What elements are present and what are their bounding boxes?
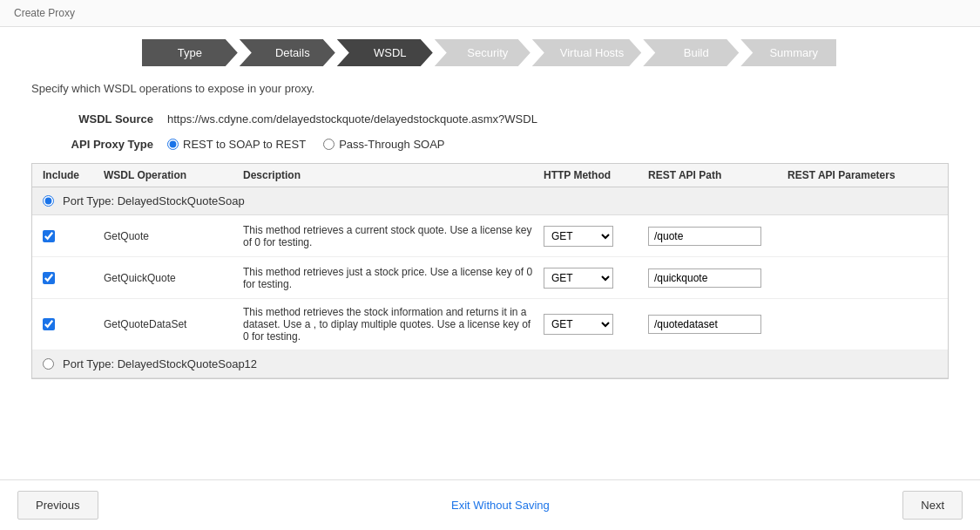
path-input-1[interactable] [648,227,761,246]
next-button[interactable]: Next [902,491,963,520]
col-method: HTTP Method [540,169,645,181]
section-soap1-header[interactable]: Port Type: DelayedStockQuoteSoap [32,187,948,215]
pass-through-option[interactable]: Pass-Through SOAP [323,138,444,151]
app-header: Create Proxy [0,0,980,27]
wsdl-source-row: WSDL Source https://ws.cdyne.com/delayed… [31,112,949,126]
step-build[interactable]: Build [643,39,739,66]
method-select-3[interactable]: GET POST PUT DELETE [544,314,613,335]
path-cell-3 [645,315,784,334]
rest-to-soap-label: REST to SOAP to REST [183,138,306,151]
method-cell-3: GET POST PUT DELETE [540,314,645,335]
section-soap12-label: Port Type: DelayedStockQuoteSoap12 [63,357,257,370]
step-type[interactable]: Type [142,39,238,66]
table-row: GetQuote This method retrieves a current… [32,215,948,257]
col-path: REST API Path [645,169,784,181]
path-input-3[interactable] [648,315,761,334]
app-title: Create Proxy [14,7,75,19]
op-name-1: GetQuote [100,230,240,242]
section-soap12-header[interactable]: Port Type: DelayedStockQuoteSoap12 [32,350,948,378]
include-cell-3 [39,318,100,330]
path-input-2[interactable] [648,268,761,288]
path-cell-2 [645,268,784,288]
page-subtitle: Specify which WSDL operations to expose … [31,82,949,95]
include-checkbox-2[interactable] [43,272,55,284]
col-include: Include [39,169,100,181]
table-header: Include WSDL Operation Description HTTP … [32,164,948,187]
wsdl-source-value: https://ws.cdyne.com/delayedstockquote/d… [167,112,537,126]
operations-table: Include WSDL Operation Description HTTP … [31,163,949,379]
table-row: GetQuickQuote This method retrieves just… [32,257,948,299]
include-checkbox-3[interactable] [43,318,55,330]
method-cell-2: GET POST PUT DELETE [540,268,645,289]
rest-to-soap-radio[interactable] [167,139,179,150]
exit-without-saving-button[interactable]: Exit Without Saving [451,499,550,512]
pass-through-label: Pass-Through SOAP [339,138,444,151]
step-summary[interactable]: Summary [740,39,836,66]
proxy-type-options: REST to SOAP to REST Pass-Through SOAP [167,138,445,151]
step-wsdl[interactable]: WSDL [337,39,433,66]
content-area: Specify which WSDL operations to expose … [0,82,980,379]
op-name-3: GetQuoteDataSet [100,318,240,330]
include-cell-1 [39,230,100,242]
op-name-2: GetQuickQuote [100,272,240,284]
step-security[interactable]: Security [435,39,531,66]
path-cell-1 [645,227,784,246]
include-cell-2 [39,272,100,284]
col-params: REST API Parameters [784,169,941,181]
wsdl-source-label: WSDL Source [31,112,153,126]
step-virtual-hosts[interactable]: Virtual Hosts [532,39,641,66]
pass-through-radio[interactable] [323,139,335,150]
wizard-steps: Type Details WSDL Security Virtual Hosts… [0,27,980,82]
step-details[interactable]: Details [240,39,335,66]
api-proxy-type-label: API Proxy Type [31,138,153,151]
col-description: Description [240,169,540,181]
table-row: GetQuoteDataSet This method retrieves th… [32,299,948,350]
method-select-1[interactable]: GET POST PUT DELETE [544,226,613,247]
method-select-2[interactable]: GET POST PUT DELETE [544,268,613,289]
method-cell-1: GET POST PUT DELETE [540,226,645,247]
op-desc-1: This method retrieves a current stock qu… [240,224,540,248]
section-soap1-label: Port Type: DelayedStockQuoteSoap [63,194,245,207]
api-proxy-type-row: API Proxy Type REST to SOAP to REST Pass… [31,138,949,151]
footer: Previous Exit Without Saving Next [0,479,980,530]
col-operation: WSDL Operation [100,169,240,181]
section-soap12-radio[interactable] [43,358,54,370]
op-desc-3: This method retrieves the stock informat… [240,306,540,343]
op-desc-2: This method retrieves just a stock price… [240,266,540,290]
section-soap1-radio[interactable] [43,195,54,207]
operations-table-wrapper: Include WSDL Operation Description HTTP … [31,163,949,379]
rest-to-soap-option[interactable]: REST to SOAP to REST [167,138,306,151]
include-checkbox-1[interactable] [43,230,55,242]
previous-button[interactable]: Previous [17,491,98,520]
